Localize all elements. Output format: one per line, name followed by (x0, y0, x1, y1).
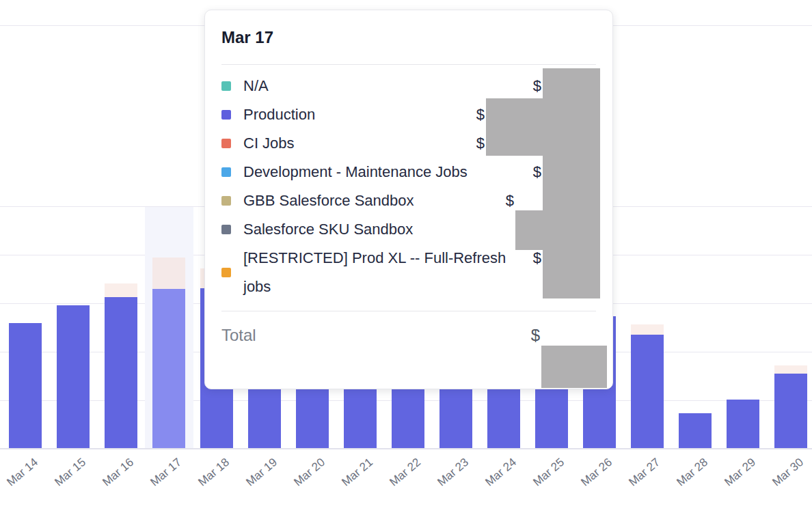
tooltip-row: N/A$ (221, 72, 596, 100)
tooltip-row-value: $ (476, 129, 485, 158)
tooltip-row-value: $ (476, 100, 485, 129)
redaction-block (486, 98, 543, 156)
bar-cap (105, 283, 137, 297)
tooltip-total-row: Total $ (221, 321, 596, 350)
bar-mar-29[interactable] (727, 400, 759, 449)
series-color-swatch-icon (221, 81, 231, 91)
bar-cap (774, 365, 807, 374)
x-axis-label: Mar 29 (722, 456, 758, 489)
bar-mar-16[interactable] (105, 297, 137, 449)
bar-mar-15[interactable] (57, 305, 90, 449)
x-axis-label: Mar 16 (100, 456, 136, 489)
tooltip-row-value: $ (506, 186, 514, 215)
bar-cap (152, 258, 185, 289)
tooltip-row-value: $ (533, 158, 541, 186)
tooltip-row: Development - Maintenance Jobs$ (221, 158, 596, 186)
tooltip-total-divider (221, 311, 596, 311)
tooltip-row-label: Salesforce SKU Sandbox (243, 215, 413, 244)
tooltip-row-value: $ (533, 72, 541, 100)
x-axis-label: Mar 22 (387, 456, 423, 489)
bar-mar-17[interactable] (152, 289, 185, 449)
redaction-block (543, 68, 600, 298)
x-axis-label: Mar 18 (195, 456, 232, 489)
tooltip-row-label: N/A (243, 72, 269, 100)
series-color-swatch-icon (221, 268, 231, 277)
tooltip-row-label: GBB Salesforce Sandbox (243, 186, 414, 215)
bar-mar-14[interactable] (9, 323, 42, 449)
x-axis-label: Mar 26 (578, 456, 614, 489)
x-axis-label: Mar 15 (52, 456, 88, 489)
tooltip-total-label: Total (221, 321, 256, 350)
series-color-swatch-icon (221, 225, 231, 234)
tooltip-row-label: CI Jobs (243, 129, 295, 158)
series-color-swatch-icon (221, 110, 231, 120)
tooltip-title: Mar 17 (221, 28, 596, 47)
x-axis-label: Mar 23 (435, 456, 471, 489)
x-axis-label: Mar 30 (770, 456, 806, 489)
x-axis-label: Mar 21 (339, 456, 375, 489)
series-color-swatch-icon (221, 139, 231, 148)
tooltip-row: [RESTRICTED] Prod XL -- Full-Refresh job… (221, 244, 596, 301)
x-axis-label: Mar 20 (291, 456, 327, 489)
series-color-swatch-icon (221, 196, 231, 206)
tooltip-row-label: Development - Maintenance Jobs (243, 158, 468, 186)
series-color-swatch-icon (221, 167, 231, 177)
tooltip-row-label: Production (243, 100, 315, 129)
redaction-block (515, 210, 543, 250)
x-axis-baseline (0, 448, 812, 449)
x-axis-label: Mar 17 (148, 456, 184, 489)
bar-mar-28[interactable] (679, 413, 712, 449)
x-axis-label: Mar 14 (4, 456, 40, 489)
tooltip-total-value: $ (531, 321, 540, 350)
x-axis-label: Mar 24 (483, 456, 519, 489)
x-axis-label: Mar 28 (674, 456, 710, 489)
tooltip-divider (221, 64, 596, 65)
x-axis-label: Mar 25 (530, 456, 567, 489)
x-axis-label: Mar 27 (626, 456, 662, 489)
x-axis-label: Mar 19 (243, 456, 280, 489)
tooltip-row-label: [RESTRICTED] Prod XL -- Full-Refresh job… (243, 244, 511, 301)
bar-cap (631, 324, 664, 335)
bar-mar-30[interactable] (774, 374, 807, 449)
cost-chart[interactable]: Mar 14Mar 15Mar 16Mar 17Mar 18Mar 19Mar … (0, 0, 812, 515)
bar-mar-27[interactable] (631, 335, 664, 449)
redaction-block (541, 346, 607, 388)
